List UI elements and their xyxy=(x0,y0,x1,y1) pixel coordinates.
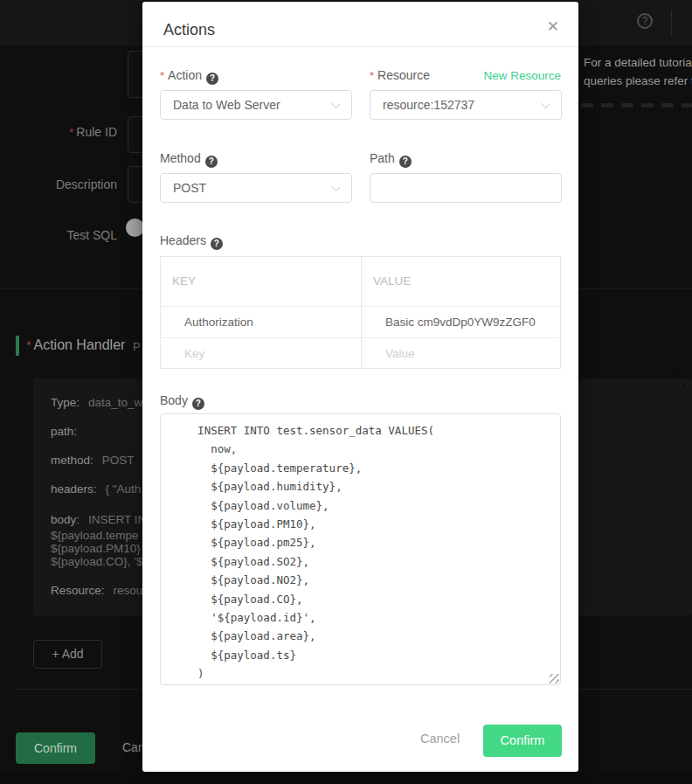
chevron-down-icon xyxy=(541,100,550,108)
action-handler-title: *Action Handler xyxy=(26,337,125,353)
key-column-header: KEY xyxy=(172,274,196,288)
bottom-strip xyxy=(0,772,692,784)
modal-header: Actions ✕ xyxy=(142,2,578,47)
modal-title: Actions xyxy=(163,21,215,39)
resource-select[interactable]: resource:152737 xyxy=(370,90,562,120)
bg-confirm-button[interactable]: Confirm xyxy=(16,732,95,764)
rule-id-label: *Rule ID xyxy=(12,125,117,139)
body-textarea[interactable]: INSERT INTO test.sensor_data VALUES( now… xyxy=(160,413,561,685)
method-label: Method? xyxy=(160,151,218,168)
card-body-row: body:INSERT IN xyxy=(51,513,146,526)
header-key-placeholder[interactable]: Key xyxy=(184,347,204,360)
question-icon[interactable]: ? xyxy=(399,156,412,168)
header-key-cell[interactable]: Authorization xyxy=(184,316,253,329)
tutorial-note: For a detailed tutorial queries please r… xyxy=(584,53,692,90)
header-value-placeholder[interactable]: Value xyxy=(385,347,415,360)
card-headers-row: headers:{ "Auth xyxy=(51,482,141,496)
card-resource-row: Resource:resou xyxy=(51,584,142,597)
body-label: Body? xyxy=(160,393,204,410)
question-icon[interactable]: ? xyxy=(211,238,223,250)
chevron-down-icon xyxy=(331,183,340,191)
required-asterisk: * xyxy=(26,338,31,352)
headers-table-head: KEY VALUE xyxy=(161,257,560,306)
card-path-row: path: xyxy=(51,425,86,438)
question-icon[interactable]: ? xyxy=(206,73,218,85)
card-body-wrap1: ${payload.tempe xyxy=(51,529,139,542)
tutorial-line1: For a detailed tutorial xyxy=(584,53,692,72)
action-select[interactable]: Data to Web Server xyxy=(160,90,352,120)
header-divider xyxy=(671,10,672,35)
screen: ? For a detailed tutorial queries please… xyxy=(0,0,692,784)
resource-select-value: resource:152737 xyxy=(383,98,474,112)
card-method-row: method:POST xyxy=(51,454,135,467)
chevron-down-icon xyxy=(331,100,340,108)
confirm-button[interactable]: Confirm xyxy=(483,725,562,757)
action-select-value: Data to Web Server xyxy=(173,98,280,112)
resource-label: *Resource xyxy=(370,68,430,82)
required-asterisk: * xyxy=(370,69,374,82)
card-body-wrap3: ${payload.CO}, '$ xyxy=(51,555,142,568)
action-handler-accent-bar xyxy=(16,336,19,356)
description-label: Description xyxy=(12,177,117,191)
body-textarea-value: INSERT INTO test.sensor_data VALUES( now… xyxy=(161,414,560,685)
action-handler-hint-partial: P xyxy=(133,340,141,353)
required-asterisk: * xyxy=(160,69,164,82)
value-column-header: VALUE xyxy=(373,274,411,288)
path-label: Path? xyxy=(370,151,412,168)
test-sql-label: Test SQL xyxy=(12,228,117,242)
headers-table: KEY VALUE Authorization Basic cm9vdDp0YW… xyxy=(160,256,561,369)
tutorial-line2: queries please refer to xyxy=(584,72,692,90)
close-icon[interactable]: ✕ xyxy=(547,17,559,36)
method-select-value: POST xyxy=(173,181,206,195)
test-sql-toggle[interactable] xyxy=(126,219,144,237)
question-icon[interactable]: ? xyxy=(205,156,218,168)
required-asterisk: * xyxy=(69,126,73,139)
method-select[interactable]: POST xyxy=(160,173,352,203)
actions-modal: Actions ✕ *Action? *Resource New Resourc… xyxy=(142,2,578,772)
new-resource-link[interactable]: New Resource xyxy=(483,69,561,82)
headers-label: Headers? xyxy=(160,233,223,250)
path-input[interactable] xyxy=(370,173,562,203)
add-action-button[interactable]: + Add xyxy=(33,640,102,669)
help-icon[interactable]: ? xyxy=(637,13,653,29)
action-label: *Action? xyxy=(160,68,218,85)
resize-handle-icon[interactable] xyxy=(550,674,559,683)
header-value-cell[interactable]: Basic cm9vdDp0YW9zZGF0 xyxy=(385,316,536,329)
row-divider xyxy=(161,337,560,338)
question-icon[interactable]: ? xyxy=(192,398,204,410)
cancel-button[interactable]: Cancel xyxy=(420,732,460,746)
card-body-wrap2: ${payload.PM10} xyxy=(51,542,141,555)
card-type-row: Type:data_to_w xyxy=(51,396,142,409)
row-divider xyxy=(161,306,560,307)
